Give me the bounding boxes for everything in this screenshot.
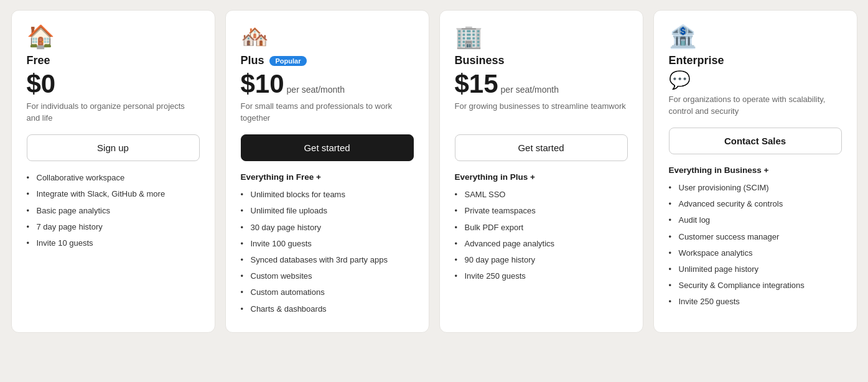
features-list-enterprise: User provisioning (SCIM)Advanced securit…: [669, 182, 842, 308]
plan-cta-button-business[interactable]: Get started: [455, 134, 628, 161]
list-item: Custom websites: [241, 271, 414, 282]
plan-description-business: For growing businesses to streamline tea…: [455, 101, 628, 124]
list-item: Customer success manager: [669, 231, 842, 243]
plan-name-row-plus: PlusPopular: [241, 54, 414, 67]
list-item: Unlimited file uploads: [241, 205, 414, 217]
list-item: SAML SSO: [455, 189, 628, 200]
plan-price-row-plus: $10per seat/month: [241, 70, 414, 98]
everything-label-plus: Everything in Free +: [241, 172, 414, 182]
list-item: Workspace analytics: [669, 248, 842, 259]
list-item: Invite 250 guests: [669, 296, 842, 307]
plan-name-free: Free: [27, 54, 50, 67]
list-item: 90 day page history: [455, 254, 628, 266]
list-item: Custom automations: [241, 287, 414, 298]
list-item: Unlimited blocks for teams: [241, 189, 414, 200]
list-item: 7 day page history: [27, 221, 200, 233]
plan-name-row-free: Free: [27, 54, 200, 67]
list-item: Bulk PDF export: [455, 222, 628, 233]
enterprise-contact-icon: 💬: [669, 70, 842, 90]
plan-price-free: $0: [27, 70, 56, 98]
plan-description-free: For individuals to organize personal pro…: [27, 101, 200, 124]
list-item: Synced databases with 3rd party apps: [241, 254, 414, 266]
plan-price-plus: $10: [241, 70, 284, 98]
plan-price-row-free: $0: [27, 70, 200, 98]
plan-name-enterprise: Enterprise: [669, 54, 724, 67]
list-item: User provisioning (SCIM): [669, 182, 842, 193]
plan-price-business: $15: [455, 70, 498, 98]
plan-name-plus: Plus: [241, 54, 264, 67]
plan-name-business: Business: [455, 54, 505, 67]
plan-cta-button-plus[interactable]: Get started: [241, 134, 414, 161]
plan-icon-enterprise: 🏦: [669, 26, 842, 48]
plan-icon-business: 🏢: [455, 26, 628, 48]
list-item: Charts & dashboards: [241, 304, 414, 315]
list-item: Integrate with Slack, GitHub & more: [27, 189, 200, 200]
plan-period-business: per seat/month: [501, 85, 559, 95]
features-list-plus: Unlimited blocks for teamsUnlimited file…: [241, 189, 414, 315]
list-item: Invite 250 guests: [455, 271, 628, 282]
plan-cta-button-enterprise[interactable]: Contact Sales: [669, 128, 842, 154]
plan-cta-button-free[interactable]: Sign up: [27, 134, 200, 161]
pricing-grid: 🏠Free$0For individuals to organize perso…: [11, 10, 857, 333]
list-item: Basic page analytics: [27, 205, 200, 217]
plan-card-free: 🏠Free$0For individuals to organize perso…: [11, 10, 215, 333]
everything-label-enterprise: Everything in Business +: [669, 165, 842, 175]
list-item: Security & Compliance integrations: [669, 280, 842, 291]
everything-label-business: Everything in Plus +: [455, 172, 628, 182]
list-item: 30 day page history: [241, 222, 414, 233]
plan-price-row-business: $15per seat/month: [455, 70, 628, 98]
list-item: Invite 10 guests: [27, 238, 200, 249]
list-item: Advanced security & controls: [669, 198, 842, 210]
plan-icon-free: 🏠: [27, 26, 200, 48]
plan-icon-plus: 🏘️: [241, 26, 414, 48]
list-item: Advanced page analytics: [455, 238, 628, 249]
plan-name-row-business: Business: [455, 54, 628, 67]
plan-description-plus: For small teams and professionals to wor…: [241, 101, 414, 124]
plan-description-enterprise: For organizations to operate with scalab…: [669, 94, 842, 118]
list-item: Audit log: [669, 215, 842, 226]
plan-card-enterprise: 🏦Enterprise💬For organizations to operate…: [653, 10, 857, 333]
list-item: Private teamspaces: [455, 205, 628, 217]
list-item: Invite 100 guests: [241, 238, 414, 249]
plan-card-business: 🏢Business$15per seat/monthFor growing bu…: [439, 10, 643, 333]
features-list-business: SAML SSOPrivate teamspacesBulk PDF expor…: [455, 189, 628, 282]
plan-name-row-enterprise: Enterprise: [669, 54, 842, 67]
list-item: Unlimited page history: [669, 264, 842, 275]
features-list-free: Collaborative workspaceIntegrate with Sl…: [27, 172, 200, 249]
list-item: Collaborative workspace: [27, 172, 200, 184]
popular-badge: Popular: [269, 56, 307, 66]
plan-card-plus: 🏘️PlusPopular$10per seat/monthFor small …: [225, 10, 429, 333]
plan-period-plus: per seat/month: [287, 85, 345, 95]
